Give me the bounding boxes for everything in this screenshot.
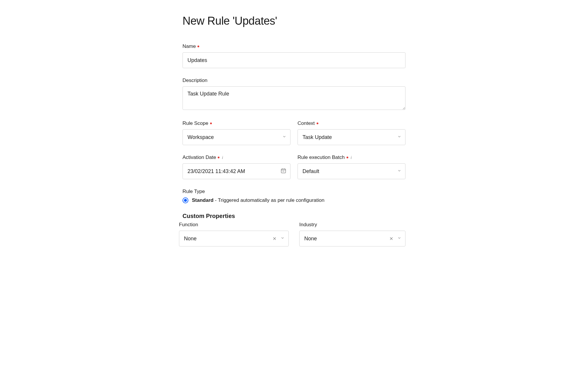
activation-date-field-group: Activation Date i 21 <box>183 155 290 179</box>
function-value: None <box>184 236 197 242</box>
rule-type-standard-radio[interactable] <box>183 197 188 203</box>
context-label: Context <box>298 120 405 126</box>
name-label: Name <box>183 43 405 49</box>
rule-scope-value: Workspace <box>187 134 214 140</box>
rule-type-label-text: Rule Type <box>183 189 205 194</box>
rule-scope-select[interactable]: Workspace <box>183 129 290 145</box>
function-field-group: Function None ✕ <box>179 222 289 246</box>
rule-type-field-group: Rule Type Standard - Triggered automatic… <box>183 189 405 203</box>
required-indicator <box>317 123 318 124</box>
rule-execution-batch-label: Rule execution Batch i <box>298 155 405 160</box>
rule-execution-batch-select[interactable]: Default <box>298 163 405 179</box>
required-indicator <box>218 157 219 158</box>
industry-field-group: Industry None ✕ <box>299 222 405 246</box>
info-icon[interactable]: i <box>222 155 223 160</box>
page-title: New Rule 'Updates' <box>183 15 405 27</box>
rule-type-radio-row: Standard - Triggered automatically as pe… <box>183 197 405 203</box>
context-label-text: Context <box>298 120 315 126</box>
clear-icon[interactable]: ✕ <box>271 235 278 243</box>
required-indicator <box>210 123 212 124</box>
rule-scope-label-text: Rule Scope <box>183 120 208 126</box>
rule-type-standard-label: Standard - Triggered automatically as pe… <box>192 197 325 203</box>
function-label: Function <box>179 222 289 228</box>
rule-type-option-description: - Triggered automatically as per rule co… <box>214 197 325 203</box>
activation-date-input[interactable] <box>183 163 290 179</box>
description-label-text: Description <box>183 78 207 83</box>
industry-value: None <box>304 236 317 242</box>
context-value: Task Update <box>303 134 332 140</box>
rule-execution-batch-label-text: Rule execution Batch <box>298 155 345 160</box>
description-input[interactable] <box>183 86 405 110</box>
clear-icon[interactable]: ✕ <box>388 235 394 243</box>
name-label-text: Name <box>183 43 196 49</box>
custom-properties-title: Custom Properties <box>183 213 405 219</box>
description-label: Description <box>183 78 405 83</box>
rule-type-option-name: Standard <box>192 197 214 203</box>
industry-label: Industry <box>299 222 405 228</box>
name-input[interactable] <box>183 52 405 68</box>
radio-selected-icon <box>184 199 187 202</box>
required-indicator <box>347 157 348 158</box>
rule-scope-field-group: Rule Scope Workspace <box>183 120 290 145</box>
context-field-group: Context Task Update <box>298 120 405 145</box>
rule-scope-label: Rule Scope <box>183 120 290 126</box>
info-icon[interactable]: i <box>351 155 352 160</box>
rule-execution-batch-field-group: Rule execution Batch i Default <box>298 155 405 179</box>
required-indicator <box>197 46 199 47</box>
description-field-group: Description <box>183 78 405 111</box>
rule-execution-batch-value: Default <box>303 168 319 175</box>
activation-date-label: Activation Date i <box>183 155 290 160</box>
context-select[interactable]: Task Update <box>298 129 405 145</box>
rule-type-label: Rule Type <box>183 189 405 194</box>
name-field-group: Name <box>183 43 405 68</box>
activation-date-label-text: Activation Date <box>183 155 216 160</box>
